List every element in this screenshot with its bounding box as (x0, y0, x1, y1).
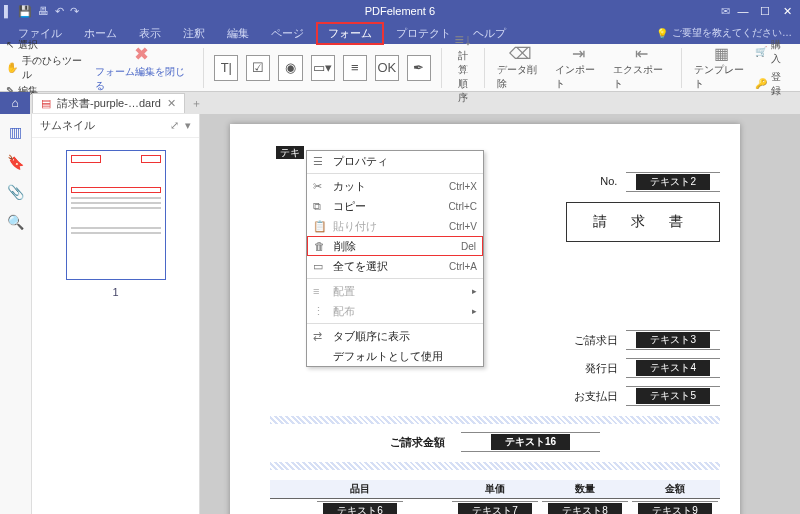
cursor-icon: ↖ (6, 39, 14, 50)
cell[interactable]: テキスト8 (548, 503, 622, 514)
import-button[interactable]: ⇥インポート (555, 44, 601, 91)
no-label: No. (600, 175, 617, 187)
text-field-tool[interactable]: T| (214, 55, 238, 81)
thumbnail-panel: サムネイル ⤢ ▾ 1 (32, 114, 200, 514)
buy-button[interactable]: 🛒購入 (755, 38, 788, 66)
context-menu: ☰プロパティ ✂カットCtrl+X ⧉コピーCtrl+C 📋貼り付けCtrl+V… (306, 150, 484, 367)
template-button[interactable]: ▦テンプレート (694, 44, 749, 91)
combobox-tool[interactable]: ▭▾ (311, 55, 335, 81)
save-icon[interactable]: 💾 (18, 5, 32, 18)
taborder-icon: ⇄ (313, 330, 329, 343)
add-tab-button[interactable]: ＋ (191, 96, 202, 111)
maximize-button[interactable]: ☐ (756, 5, 774, 18)
ctx-delete[interactable]: 🗑削除Del (307, 236, 483, 256)
thumb-menu-icon[interactable]: ▾ (185, 119, 191, 132)
ctx-paste: 📋貼り付けCtrl+V (307, 216, 483, 236)
ctx-tab-order[interactable]: ⇄タブ順序に表示 (307, 326, 483, 346)
row-label: ご請求日 (558, 333, 618, 348)
cut-icon: ✂ (313, 180, 329, 193)
close-button[interactable]: ✕ (778, 5, 796, 18)
thumb-expand-icon[interactable]: ⤢ (170, 119, 179, 132)
calc-order-button[interactable]: ≡↓計算 順序 (454, 31, 472, 105)
home-tab[interactable]: ⌂ (0, 92, 30, 114)
calc-icon: ≡↓ (454, 31, 471, 49)
mail-icon[interactable]: ✉ (721, 5, 730, 18)
field-no[interactable]: テキスト2 (636, 174, 710, 190)
ctx-select-all[interactable]: ▭全てを選択Ctrl+A (307, 256, 483, 276)
cell[interactable]: テキスト6 (323, 503, 397, 514)
menu-view[interactable]: 表示 (129, 24, 171, 43)
redo-icon[interactable]: ↷ (70, 5, 79, 18)
trash-icon: 🗑 (314, 240, 330, 252)
checkbox-tool[interactable]: ☑ (246, 55, 270, 81)
align-icon: ≡ (313, 285, 329, 297)
property-icon: ☰ (313, 155, 329, 168)
template-icon: ▦ (714, 44, 729, 63)
ctx-copy[interactable]: ⧉コピーCtrl+C (307, 196, 483, 216)
listbox-tool[interactable]: ≡ (343, 55, 367, 81)
bookmark-icon[interactable]: 🔖 (7, 154, 24, 170)
amount-label: ご請求金額 (390, 435, 445, 450)
print-icon[interactable]: 🖶 (38, 5, 49, 18)
radio-tool[interactable]: ◉ (278, 55, 302, 81)
attachment-icon[interactable]: 📎 (7, 184, 24, 200)
pdf-icon: ▤ (41, 97, 51, 110)
ctx-property[interactable]: ☰プロパティ (307, 151, 483, 171)
tool-select[interactable]: ↖選択 (6, 38, 85, 52)
doc-tab-label: 請求書-purple-…dard (57, 96, 161, 111)
items-table: 品目 単価 数量 金額 テキスト6 テキスト7 テキスト8 テキスト9 テキスト… (270, 480, 720, 514)
row-label: 発行日 (558, 361, 618, 376)
workspace: ▥ 🔖 📎 🔍 サムネイル ⤢ ▾ 1 (0, 114, 800, 514)
menu-form[interactable]: フォーム (316, 22, 384, 45)
tool-hand[interactable]: ✋手のひらツール (6, 54, 85, 82)
menu-page[interactable]: ページ (261, 24, 314, 43)
page-thumbnail[interactable] (66, 150, 166, 280)
minimize-button[interactable]: — (734, 5, 752, 17)
search-icon[interactable]: 🔍 (7, 214, 24, 230)
close-form-edit-button[interactable]: ✖ フォーム編集を閉じる (95, 43, 187, 93)
bulb-icon: 💡 (656, 28, 668, 39)
th-item: 品目 (270, 480, 450, 499)
field-date2[interactable]: テキスト4 (636, 360, 710, 376)
cart-icon: 🛒 (755, 46, 767, 57)
app-icon: ▌ (4, 5, 12, 18)
signature-tool[interactable]: ✒ (407, 55, 431, 81)
field-date1[interactable]: テキスト3 (636, 332, 710, 348)
cell[interactable]: テキスト9 (638, 503, 712, 514)
th-total: 金額 (630, 480, 720, 499)
eraser-icon: ⌫ (509, 44, 532, 63)
menu-edit[interactable]: 編集 (217, 24, 259, 43)
login-button[interactable]: 🔑登録 (755, 70, 788, 98)
ctx-align: ≡配置▸ (307, 281, 483, 301)
thumbnails-icon[interactable]: ▥ (9, 124, 22, 140)
distribute-icon: ⋮ (313, 305, 329, 318)
ctx-default[interactable]: デフォルトとして使用 (307, 346, 483, 366)
menu-bar: ファイル ホーム 表示 注釈 編集 ページ フォーム プロテクト ヘルプ 💡 ご… (0, 22, 800, 44)
import-icon: ⇥ (572, 44, 585, 63)
table-row: テキスト6 テキスト7 テキスト8 テキスト9 (270, 499, 720, 515)
tab-strip: ⌂ ▤ 請求書-purple-…dard ✕ ＋ (0, 92, 800, 114)
row-label: お支払日 (558, 389, 618, 404)
ctx-distribute: ⋮配布▸ (307, 301, 483, 321)
ribbon: ↖選択 ✋手のひらツール ✎編集 ✖ フォーム編集を閉じる T| ☑ ◉ ▭▾ … (0, 44, 800, 92)
document-tab[interactable]: ▤ 請求書-purple-…dard ✕ (32, 93, 185, 113)
field-date3[interactable]: テキスト5 (636, 388, 710, 404)
side-rail: ▥ 🔖 📎 🔍 (0, 114, 32, 514)
menu-annotate[interactable]: 注釈 (173, 24, 215, 43)
menu-protect[interactable]: プロテクト (386, 24, 461, 43)
data-delete-button[interactable]: ⌫データ削除 (497, 44, 543, 91)
field-amount[interactable]: テキスト16 (491, 434, 570, 450)
page-area[interactable]: テキ ☰プロパティ ✂カットCtrl+X ⧉コピーCtrl+C 📋貼り付けCtr… (200, 114, 800, 514)
ctx-cut[interactable]: ✂カットCtrl+X (307, 176, 483, 196)
th-qty: 数量 (540, 480, 630, 499)
thumbnail-title: サムネイル (40, 118, 95, 133)
ribbon-separator (681, 48, 682, 88)
export-button[interactable]: ⇤エクスポート (613, 44, 668, 91)
ribbon-separator (484, 48, 485, 88)
paste-icon: 📋 (313, 220, 329, 233)
tab-close-icon[interactable]: ✕ (167, 97, 176, 110)
hand-icon: ✋ (6, 62, 18, 73)
button-tool[interactable]: OK (375, 55, 399, 81)
cell[interactable]: テキスト7 (458, 503, 532, 514)
undo-icon[interactable]: ↶ (55, 5, 64, 18)
